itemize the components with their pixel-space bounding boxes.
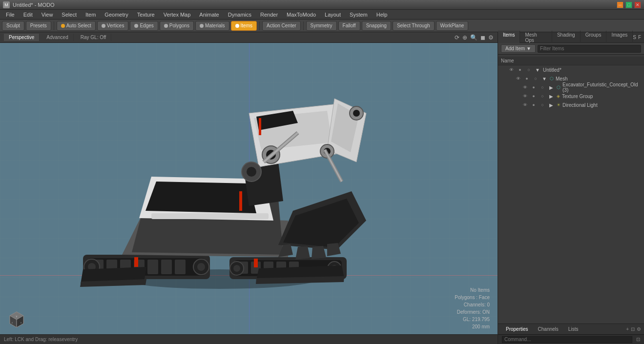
viewport-icon-2[interactable]: ⊕ (462, 34, 467, 41)
materials-button[interactable]: Materials (195, 21, 229, 31)
menu-item-texture[interactable]: Texture (133, 11, 159, 19)
minimize-button[interactable]: ─ (617, 1, 623, 8)
bottom-panel-icon-2[interactable]: ⚙ (637, 326, 641, 332)
filter-input[interactable] (538, 45, 641, 53)
falloff-button[interactable]: Falloff (338, 21, 360, 31)
panel-tab-shading[interactable]: Shading (552, 31, 581, 44)
menu-item-geometry[interactable]: Geometry (101, 11, 132, 19)
tree-eye-light-1[interactable]: 👁 (521, 101, 528, 108)
edges-button[interactable]: Edges (130, 21, 158, 31)
tab-raygl[interactable]: Ray GL: Off (76, 34, 112, 41)
bottom-panel-icon-1[interactable]: ⊡ (631, 326, 635, 332)
items-button[interactable]: Items (231, 21, 257, 31)
viewport-icon-1[interactable]: ⟳ (455, 34, 459, 41)
select-through-button[interactable]: Select Through (393, 21, 435, 31)
viewport-icon-4[interactable]: ◼ (480, 34, 485, 41)
tab-perspective[interactable]: Perspective (4, 34, 40, 41)
tree-eye-light-3[interactable]: ○ (539, 101, 546, 108)
tree-eye-3[interactable]: ○ (525, 66, 532, 73)
sculpt-button[interactable]: Sculpt (2, 21, 24, 31)
menu-item-render[interactable]: Render (256, 11, 282, 19)
menu-item-edit[interactable]: Edit (20, 11, 37, 19)
tree-eye-exc-3[interactable]: ○ (539, 84, 546, 91)
bp-tab-properties[interactable]: Properties (501, 325, 533, 333)
excavator-svg (54, 64, 386, 299)
menu-item-maxtomodo[interactable]: MaxToModo (283, 11, 320, 19)
tree-eye-mesh-1[interactable]: 👁 (515, 75, 521, 82)
tree-item-untitled[interactable]: 👁 ● ○ ▼ Untitled* (498, 65, 644, 74)
tree-eye-tex-1[interactable]: 👁 (521, 93, 528, 100)
status-channels: Channels: 0 (455, 301, 490, 308)
menu-item-file[interactable]: File (2, 11, 19, 19)
track-wheel-left-rear-inner (197, 263, 205, 271)
tree-item-texture-group[interactable]: 👁 ● ○ ▶ ◈ Texture Group (498, 92, 644, 101)
edges-dot (134, 24, 138, 28)
menu-item-system[interactable]: System (346, 11, 372, 19)
panel-tab-f[interactable]: F (638, 35, 641, 40)
3d-model (39, 67, 400, 295)
status-bar: ⊡ (636, 337, 640, 342)
cabin-strip (151, 213, 269, 219)
titlebar: M Untitled* - MODO ─ □ ✕ (0, 0, 644, 10)
viewport-tabs: Perspective Advanced Ray GL: Off (4, 34, 111, 41)
snapping-button[interactable]: Snapping (362, 21, 391, 31)
panel-tab-items[interactable]: Items (498, 31, 520, 44)
viewport-header-icons: ⟳ ⊕ 🔍 ◼ ⚙ (455, 34, 494, 41)
menu-item-layout[interactable]: Layout (321, 11, 345, 19)
menu-item-dynamics[interactable]: Dynamics (224, 11, 255, 19)
status-size: 200 mm (455, 323, 490, 330)
viewport-bottom-bar: Left: LCK and Drag: releaseventry (0, 334, 498, 344)
tree-item-excavator[interactable]: 👁 ● ○ ▶ ⬡ Excavator_Futuristic_Concept_O… (498, 83, 644, 92)
tree-item-directional-light[interactable]: 👁 ● ○ ▶ ☀ Directional Light (498, 101, 644, 109)
tree-eye-2[interactable]: ● (517, 66, 523, 73)
vertices-button[interactable]: Vertices (97, 21, 129, 31)
tree-eye-light-2[interactable]: ● (530, 101, 537, 108)
workplane-button[interactable]: WorkPlane (436, 21, 469, 31)
track-seg-7 (175, 260, 186, 274)
tab-advanced[interactable]: Advanced (42, 34, 73, 41)
viewport-icon-5[interactable]: ⚙ (488, 34, 494, 41)
app-icon: M (3, 1, 10, 8)
menu-item-vertex map[interactable]: Vertex Map (160, 11, 195, 19)
bottom-panel-plus[interactable]: + (626, 326, 629, 332)
tree-eye-mesh-2[interactable]: ● (523, 75, 530, 82)
menu-item-item[interactable]: Item (82, 11, 100, 19)
close-button[interactable]: ✕ (634, 1, 641, 8)
polygons-button[interactable]: Polygons (160, 21, 194, 31)
panel-tab-mesh-ops[interactable]: Mesh Ops (520, 31, 552, 44)
viewport-icon-3[interactable]: 🔍 (470, 34, 478, 41)
tree-eye-exc-1[interactable]: 👁 (521, 84, 528, 91)
add-item-button[interactable]: Add Item ▼ (501, 44, 536, 53)
tree-eye-mesh-3[interactable]: ○ (532, 75, 539, 82)
maximize-button[interactable]: □ (625, 1, 632, 8)
action-center-button[interactable]: Action Center (262, 21, 301, 31)
tree-eye-1[interactable]: 👁 (508, 66, 515, 73)
panel-tab-groups[interactable]: Groups (581, 31, 607, 44)
tree-eye-tex-3[interactable]: ○ (539, 93, 546, 100)
menu-item-help[interactable]: Help (373, 11, 392, 19)
panel-tabs-left: ItemsMesh OpsShadingGroupsImages (498, 31, 633, 44)
vertices-dot (102, 24, 105, 28)
window-controls[interactable]: ─ □ ✕ (617, 1, 641, 8)
panel-tab-images[interactable]: Images (606, 31, 633, 44)
menu-item-select[interactable]: Select (58, 11, 81, 19)
tree-arrow-untitled: ▼ (534, 66, 541, 73)
bp-tab-channels[interactable]: Channels (533, 325, 563, 333)
mesh-icon: ⬡ (550, 76, 554, 81)
command-input[interactable] (502, 336, 632, 343)
tree-header: Name (498, 57, 644, 65)
bottom-panel-tabs: PropertiesChannelsLists (501, 325, 583, 333)
auto-select-button[interactable]: Auto Select (57, 21, 96, 31)
panel-tabs-right: S F (633, 35, 644, 40)
panel-toolbar: Add Item ▼ (498, 43, 644, 55)
presets-button[interactable]: Presets (26, 21, 51, 31)
tree-eye-tex-2[interactable]: ● (530, 93, 537, 100)
3d-viewport[interactable]: No Items Polygons : Face Channels: 0 Def… (0, 43, 498, 334)
symmetry-button[interactable]: Symmetry (306, 21, 337, 31)
menu-item-animate[interactable]: Animate (195, 11, 223, 19)
right-panel: ItemsMesh OpsShadingGroupsImages S F Add… (498, 32, 644, 344)
panel-tab-s[interactable]: S (633, 35, 636, 40)
menu-item-view[interactable]: View (38, 11, 57, 19)
tree-eye-exc-2[interactable]: ● (530, 84, 537, 91)
bp-tab-lists[interactable]: Lists (563, 325, 583, 333)
